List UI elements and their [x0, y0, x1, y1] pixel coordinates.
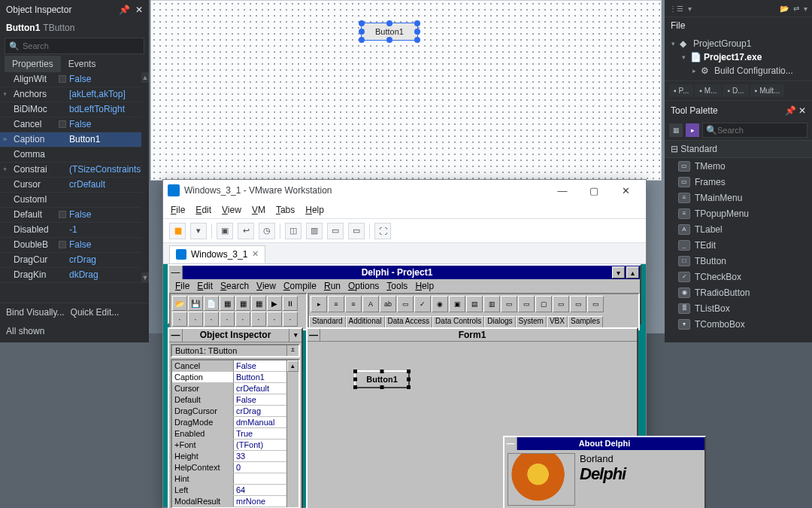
property-row[interactable]: DoubleBFalse [0, 238, 149, 253]
property-row[interactable]: +Anchors[akLeft,akTop] [0, 87, 149, 102]
property-row[interactable]: DragKindkDrag [0, 268, 149, 283]
tab-events[interactable]: Events [61, 56, 104, 72]
system-menu-icon[interactable]: — [308, 329, 320, 341]
vm-tab[interactable]: Windows_3_1 ✕ [169, 245, 265, 263]
property-value[interactable]: crDrag [69, 253, 146, 267]
minimize-button[interactable]: — [547, 181, 578, 200]
component-button[interactable]: ≡ [345, 296, 362, 312]
palette-item[interactable]: ✓TCheckBox [665, 269, 812, 284]
menu-item[interactable]: Options [348, 281, 379, 291]
expand-icon[interactable] [3, 193, 14, 207]
menu-item[interactable]: VM [252, 205, 265, 215]
property-row[interactable]: DragCursorcrDrag [172, 406, 298, 417]
property-row[interactable]: Comma [0, 148, 149, 163]
oi-scrollbar[interactable]: ▴ [286, 360, 298, 507]
expand-icon[interactable] [3, 148, 14, 162]
property-row[interactable]: Left64 [172, 485, 298, 496]
maximize-button[interactable]: ▢ [578, 181, 610, 200]
speed-button[interactable]: · [220, 312, 235, 327]
component-button[interactable]: ab [380, 296, 396, 312]
property-row[interactable]: CustomI [0, 193, 149, 208]
expand-icon[interactable]: + [3, 87, 14, 102]
layout-icon[interactable]: ▭ [327, 223, 344, 239]
speed-button[interactable]: 📂 [172, 296, 187, 311]
layout-icon[interactable]: ◫ [285, 223, 301, 239]
toolbar-icon[interactable]: ▾ [688, 5, 692, 13]
component-button[interactable]: ▭ [518, 296, 535, 312]
menu-item[interactable]: File [175, 281, 189, 291]
oi-scrollbar[interactable]: ▲ ▼ [141, 72, 149, 283]
expand-icon[interactable] [3, 238, 14, 252]
component-button[interactable]: ▭ [570, 296, 586, 312]
component-button[interactable]: ▣ [449, 296, 465, 312]
scroll-up-icon[interactable]: ▴ [287, 360, 298, 372]
expand-icon[interactable] [3, 102, 14, 117]
pause-icon[interactable]: ▮▮ [169, 223, 186, 239]
menu-item[interactable]: Run [324, 281, 341, 291]
tab-close-icon[interactable]: ✕ [252, 249, 259, 259]
palette-item[interactable]: _TEdit [665, 237, 812, 253]
close-icon[interactable]: ✕ [798, 105, 806, 116]
property-row[interactable]: CancelFalse [172, 360, 298, 372]
system-menu-icon[interactable]: — [169, 329, 183, 342]
dropdown-icon[interactable]: ± [286, 345, 298, 356]
project-tree[interactable]: ▾◆ProjectGroup1 ▾📄Project17.exe ▸⚙Build … [665, 34, 812, 81]
palette-item[interactable]: ≡TPopupMenu [665, 205, 812, 221]
system-menu-icon[interactable]: — [504, 437, 517, 450]
form-designer-classic[interactable]: — Form1 Button1 — About Delphi [306, 327, 638, 508]
menu-item[interactable]: View [256, 281, 276, 291]
component-button[interactable]: ▢ [535, 296, 552, 312]
speed-button[interactable]: ▦ [220, 296, 235, 311]
menu-item[interactable]: Tabs [276, 205, 295, 215]
toolbar-icon[interactable]: ⇄ [793, 5, 799, 13]
scroll-up-icon[interactable]: ▲ [141, 72, 149, 83]
unity-icon[interactable]: ▭ [348, 223, 365, 239]
expand-icon[interactable] [3, 178, 14, 192]
property-row[interactable]: Height33 [172, 451, 298, 462]
palette-item[interactable]: ▭Frames [665, 174, 812, 190]
oi-component-selector[interactable]: Button1: TButton ± [171, 344, 300, 357]
menu-item[interactable]: Edit [195, 205, 211, 215]
property-value[interactable] [69, 193, 146, 207]
component-button[interactable]: A [362, 296, 379, 312]
component-button[interactable]: ◉ [432, 296, 448, 312]
menu-item[interactable]: File [171, 205, 185, 215]
dock-tab[interactable]: ▪D... [723, 84, 748, 97]
palette-item[interactable]: ≡TMainMenu [665, 190, 812, 205]
selected-button[interactable]: Button1 [361, 23, 418, 41]
component-button[interactable]: ▭ [587, 296, 604, 312]
property-value[interactable]: bdLeftToRight [69, 102, 146, 117]
property-value[interactable]: crDefault [69, 178, 146, 192]
property-value[interactable]: False [69, 208, 146, 222]
dock-tab[interactable]: ▪P... [669, 84, 693, 97]
component-button[interactable]: ▥ [483, 296, 500, 312]
property-value[interactable] [69, 148, 146, 162]
property-value[interactable]: False [69, 238, 146, 252]
expand-icon[interactable] [3, 268, 14, 282]
speed-button[interactable]: ▶ [267, 296, 282, 311]
speed-button[interactable]: 📄 [204, 296, 219, 311]
component-button[interactable]: ▭ [553, 296, 569, 312]
quick-edit-link[interactable]: Quick Edit... [71, 307, 120, 318]
speed-button[interactable]: · [251, 312, 266, 327]
palette-item[interactable]: ATLabel [665, 221, 812, 237]
property-row[interactable]: +Constrai(TSizeConstraints) [0, 163, 149, 178]
property-search[interactable]: 🔍 [5, 38, 144, 54]
toolbar-icon[interactable]: 📂 [780, 5, 789, 13]
property-row[interactable]: DefaultFalse [0, 208, 149, 223]
component-button[interactable]: ≡ [328, 296, 344, 312]
property-row[interactable]: AlignWitFalse [0, 72, 149, 87]
component-button[interactable]: ✓ [414, 296, 431, 312]
dropdown-icon[interactable]: ▾ [190, 223, 207, 239]
property-row[interactable]: HelpContext0 [172, 462, 298, 473]
property-row[interactable]: CaptionButton1 [172, 372, 298, 383]
dropdown-icon[interactable]: ▾ [289, 329, 301, 342]
property-row[interactable]: +Font(TFont) [172, 440, 298, 451]
checkbox-icon[interactable] [59, 211, 66, 218]
component-selector[interactable]: Button1TButton [0, 20, 149, 36]
property-value[interactable]: False [69, 117, 146, 132]
speed-button[interactable]: · [235, 312, 250, 327]
checkbox-icon[interactable] [59, 241, 66, 248]
snapshot-icon[interactable]: ▣ [217, 223, 233, 239]
bind-visually-link[interactable]: Bind Visually... [6, 307, 65, 318]
